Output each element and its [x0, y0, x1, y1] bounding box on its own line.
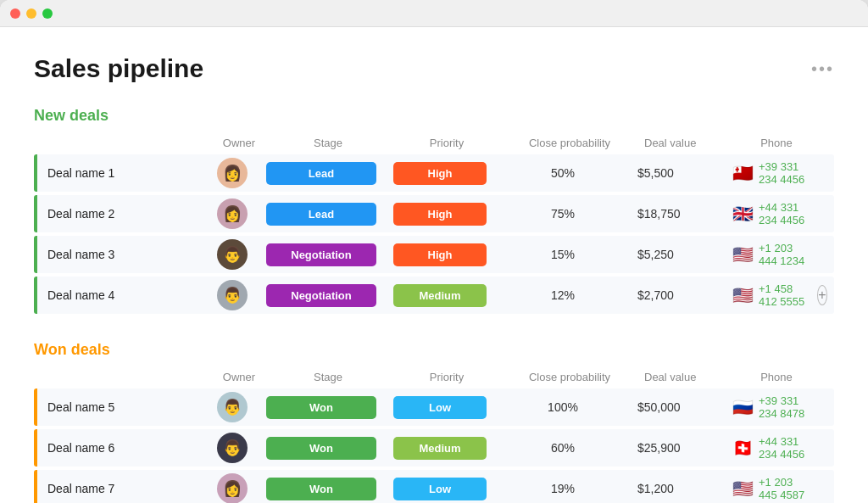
deal-value: $5,500 — [631, 166, 732, 180]
maximize-button[interactable] — [42, 8, 53, 19]
avatar: 👩 — [217, 158, 248, 188]
table-row: Deal name 7 👩 Won Low 19% $1,200 🇺🇸 +1 2… — [34, 470, 834, 503]
phone-info: 🇺🇸 +1 203 445 4587 — [732, 476, 814, 501]
table-row: Deal name 4 👨 Negotiation Medium 12% $2,… — [34, 277, 834, 314]
priority-badge: Low — [385, 396, 495, 419]
priority-label: Medium — [393, 284, 487, 307]
more-options-button[interactable]: ••• — [811, 59, 834, 79]
avatar: 👨 — [217, 280, 248, 310]
window-titlebar — [0, 0, 868, 27]
country-flag: 🇺🇸 — [732, 244, 754, 265]
stage-label: Won — [266, 478, 376, 500]
col-header-value: Deal value — [637, 137, 739, 149]
deal-name: Deal name 7 — [37, 482, 207, 495]
deal-value: $25,900 — [631, 441, 732, 455]
col-header-phone: Phone — [739, 137, 814, 149]
deal-name: Deal name 2 — [37, 207, 207, 221]
table-row: Deal name 3 👨 Negotiation High 15% $5,25… — [34, 236, 834, 273]
avatar: 👨 — [217, 239, 248, 270]
stage-badge: Won — [258, 396, 385, 419]
phone-info: 🇹🇴 +39 331 234 4456 — [732, 160, 814, 186]
stage-label: Won — [266, 437, 376, 460]
owner-avatar: 👨 — [207, 433, 258, 463]
phone-number: +1 203 445 4587 — [759, 476, 814, 501]
add-deal-button[interactable]: + — [817, 285, 827, 305]
stage-badge: Negotiation — [258, 284, 385, 307]
new-deals-header: Owner Stage Priority Close probability D… — [34, 131, 834, 154]
avatar: 👩 — [217, 473, 248, 503]
country-flag: 🇺🇸 — [732, 478, 754, 499]
priority-label: High — [393, 243, 487, 266]
priority-badge: High — [385, 243, 495, 266]
phone-info: 🇷🇺 +39 331 234 8478 — [732, 394, 814, 420]
close-probability: 50% — [495, 166, 631, 180]
phone-info: 🇬🇧 +44 331 234 4456 — [732, 201, 814, 226]
table-row: Deal name 2 👩 Lead High 75% $18,750 🇬🇧 +… — [34, 195, 834, 232]
country-flag: 🇨🇭 — [732, 438, 754, 458]
new-deals-title: New deals — [34, 107, 834, 125]
won-deals-header: Owner Stage Priority Close probability D… — [34, 366, 834, 388]
col-header-owner: Owner — [214, 137, 264, 149]
deal-value: $2,700 — [631, 288, 732, 302]
close-button[interactable] — [10, 8, 20, 19]
stage-badge: Lead — [258, 203, 385, 226]
phone-number: +39 331 234 8478 — [759, 394, 814, 420]
won-deals-section: Won deals Owner Stage Priority Close pro… — [34, 341, 834, 503]
priority-label: Low — [393, 396, 487, 419]
col-header-owner: Owner — [214, 371, 264, 383]
won-deals-title: Won deals — [34, 341, 834, 359]
stage-badge: Lead — [258, 162, 385, 185]
col-header-stage: Stage — [264, 137, 392, 149]
main-content: Sales pipeline ••• New deals Owner Stage… — [0, 27, 868, 503]
priority-badge: High — [385, 203, 495, 226]
stage-label: Negotiation — [266, 284, 376, 307]
close-probability: 15% — [495, 248, 631, 261]
country-flag: 🇬🇧 — [732, 204, 754, 224]
new-deals-section: New deals Owner Stage Priority Close pro… — [34, 107, 834, 314]
stage-label: Won — [266, 396, 376, 419]
priority-label: High — [393, 162, 487, 185]
phone-number: +1 458 412 5555 — [759, 282, 814, 308]
page-title: Sales pipeline — [34, 54, 203, 83]
col-header-stage: Stage — [264, 371, 392, 383]
stage-label: Lead — [266, 162, 376, 185]
deal-value: $1,200 — [631, 482, 732, 495]
app-window: Sales pipeline ••• New deals Owner Stage… — [0, 0, 868, 503]
priority-label: Low — [393, 478, 487, 500]
priority-badge: Medium — [385, 437, 495, 460]
add-col: + — [814, 285, 834, 305]
avatar: 👩 — [217, 198, 248, 229]
owner-avatar: 👨 — [207, 239, 258, 270]
phone-info: 🇨🇭 +44 331 234 4456 — [732, 435, 814, 461]
country-flag: 🇺🇸 — [732, 285, 754, 305]
phone-number: +44 331 234 4456 — [759, 201, 814, 226]
col-header-phone: Phone — [739, 371, 814, 383]
owner-avatar: 👩 — [207, 473, 258, 503]
table-row: Deal name 5 👨 Won Low 100% $50,000 🇷🇺 +3… — [34, 388, 834, 426]
phone-info: 🇺🇸 +1 203 444 1234 — [732, 242, 814, 267]
stage-badge: Negotiation — [258, 243, 385, 266]
owner-avatar: 👨 — [207, 392, 258, 422]
owner-avatar: 👩 — [207, 198, 258, 229]
priority-label: High — [393, 203, 487, 226]
stage-label: Negotiation — [266, 243, 376, 266]
col-header-priority: Priority — [392, 137, 502, 149]
page-title-bar: Sales pipeline ••• — [34, 54, 834, 83]
deal-name: Deal name 1 — [37, 166, 207, 180]
avatar: 👨 — [217, 433, 248, 463]
country-flag: 🇹🇴 — [732, 163, 754, 183]
deal-name: Deal name 6 — [37, 441, 207, 455]
deal-value: $18,750 — [631, 207, 732, 221]
minimize-button[interactable] — [26, 8, 36, 19]
priority-label: Medium — [393, 437, 487, 460]
stage-badge: Won — [258, 478, 385, 500]
phone-number: +39 331 234 4456 — [759, 160, 814, 186]
table-row: Deal name 6 👨 Won Medium 60% $25,900 🇨🇭 … — [34, 429, 834, 467]
close-probability: 12% — [495, 288, 631, 302]
avatar: 👨 — [217, 392, 248, 422]
owner-avatar: 👩 — [207, 158, 258, 188]
close-probability: 60% — [495, 441, 631, 455]
deal-name: Deal name 3 — [37, 248, 207, 261]
stage-label: Lead — [266, 203, 376, 226]
phone-info: 🇺🇸 +1 458 412 5555 — [732, 282, 814, 308]
